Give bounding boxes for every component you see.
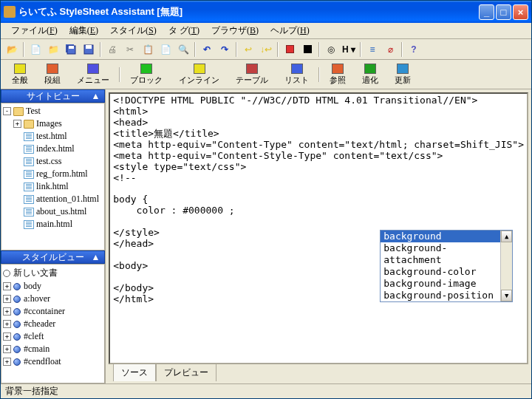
cut-button[interactable]: ✂ [122,41,138,58]
category-label: 適化 [362,75,378,86]
category-参照[interactable]: 参照 [321,61,354,88]
redo-button[interactable]: ↷ [216,41,233,58]
tab-プレビュー[interactable]: プレビュー [156,364,216,381]
copy-button[interactable]: 📋 [140,41,156,58]
style-view-tree: 新しい文書+body+a:hover+#ccontainer+#cheader+… [1,264,105,383]
separator [236,42,237,57]
category-icon [291,64,303,74]
category-段組[interactable]: 段組 [36,61,69,88]
downflag-button[interactable]: ↓↩ [258,41,274,58]
autocomplete-list: backgroundbackground-attachmentbackgroun… [381,231,500,301]
tree-file[interactable]: index.html [3,143,103,155]
category-メニュー[interactable]: メニュー [69,61,117,88]
style-item[interactable]: +body [3,280,103,293]
category-icon [47,64,58,74]
object-button[interactable]: ◎ [323,41,339,58]
category-インライン[interactable]: インライン [171,61,228,88]
separator [277,42,279,57]
scroll-up-button[interactable]: ▲ [501,231,512,242]
app-window: らいてふ StyleSheet Assistant [無題] _ □ × ファイ… [0,0,532,399]
menu-item[interactable]: ブラウザ(B) [205,23,265,38]
menu-item[interactable]: ファイル(F) [5,23,64,38]
window-controls: _ □ × [479,4,528,20]
site-view-tree: -Test+Imagestest.htmlindex.htmltest.cssr… [1,103,105,250]
flag-button[interactable]: ↩ [240,41,256,58]
autocomplete-item[interactable]: background-image [381,278,500,290]
heading-button[interactable]: H ▾ [341,41,357,58]
color-black-button[interactable] [299,41,316,58]
category-icon [246,64,258,74]
open-folder-button[interactable]: 📂 [4,41,20,58]
menubar: ファイル(F)編集(E)スタイル(S)タ グ(T)ブラウザ(B)ヘルプ(H) [1,23,531,39]
separator [401,42,403,57]
list-button[interactable]: ≡ [364,41,381,58]
style-root[interactable]: 新しい文書 [3,266,103,280]
style-item[interactable]: +#cmain [3,343,103,355]
autocomplete-scrollbar[interactable]: ▲ ▼ [500,231,512,301]
separator [318,67,320,82]
titlebar: らいてふ StyleSheet Assistant [無題] _ □ × [1,1,531,23]
style-item[interactable]: +#cleft [3,330,103,343]
help-button[interactable]: ? [406,41,422,58]
site-view-title: サイトビュー [27,90,80,103]
toolbar-main: 📂 📄 📁 🖨 ✂ 📋 📄 🔍 ↶ ↷ ↩ ↓↩ ◎ H ▾ ≡ ⌀ ? [1,39,531,60]
style-view-header[interactable]: スタイルビュー ▲ [1,250,105,264]
category-更新[interactable]: 更新 [386,61,419,88]
autocomplete-item[interactable]: background-color [381,266,500,278]
menu-item[interactable]: タ グ(T) [163,23,205,38]
status-text: 背景一括指定 [5,385,58,398]
autocomplete-item[interactable]: background-position [381,290,500,301]
site-view-header[interactable]: サイトビュー ▲ [1,89,105,103]
category-リスト[interactable]: リスト [276,61,317,88]
find-button[interactable]: 🔍 [175,41,191,58]
menu-item[interactable]: 編集(E) [64,23,104,38]
svg-rect-2 [69,46,74,49]
tree-folder[interactable]: +Images [3,117,103,130]
scroll-down-button[interactable]: ▼ [501,290,512,301]
new-file-button[interactable]: 📄 [27,41,44,58]
category-icon [364,64,376,74]
print-button[interactable]: 🖨 [104,41,120,58]
statusbar: 背景一括指定 [1,383,531,398]
menu-item[interactable]: スタイル(S) [104,23,163,38]
separator [318,42,320,57]
style-item[interactable]: +#cheader [3,318,103,330]
content-area: サイトビュー ▲ -Test+Imagestest.htmlindex.html… [1,89,531,383]
collapse-icon: ▲ [91,91,100,101]
style-item[interactable]: +#cendfloat [3,355,103,368]
tree-file[interactable]: main.html [3,218,103,231]
tab-ソース[interactable]: ソース [113,364,156,381]
tree-file[interactable]: attention_01.html [3,193,103,205]
minimize-button[interactable]: _ [479,4,494,20]
menu-item[interactable]: ヘルプ(H) [265,23,316,38]
close-button[interactable]: × [513,4,528,20]
tree-file[interactable]: about_us.html [3,205,103,218]
category-label: メニュー [77,75,109,86]
tree-file[interactable]: test.html [3,130,103,143]
tree-file[interactable]: test.css [3,155,103,168]
color-red-button[interactable] [282,41,298,58]
link-button[interactable]: ⌀ [382,41,398,58]
main-area: <!DOCTYPE HTML PUBLIC "-//W3C//DTD HTML … [106,89,531,383]
tree-file[interactable]: reg_form.html [3,168,103,180]
open-file-button[interactable]: 📁 [45,41,61,58]
autocomplete-item[interactable]: background [381,231,500,242]
category-テーブル[interactable]: テーブル [228,61,276,88]
scroll-track[interactable] [501,242,512,290]
save-all-button[interactable] [63,41,79,58]
style-item[interactable]: +a:hover [3,293,103,305]
tree-root[interactable]: -Test [3,105,103,117]
category-label: インライン [179,75,219,86]
save-button[interactable] [81,41,97,58]
tree-file[interactable]: link.html [3,180,103,193]
maximize-button[interactable]: □ [496,4,511,20]
paste-button[interactable]: 📄 [157,41,174,58]
style-item[interactable]: +#ccontainer [3,305,103,318]
toolbar-categories: 全般段組メニューブロックインラインテーブルリスト参照適化更新 [1,60,531,89]
autocomplete-item[interactable]: background-attachment [381,242,500,266]
undo-button[interactable]: ↶ [199,41,215,58]
category-適化[interactable]: 適化 [354,61,386,88]
category-label: テーブル [236,75,268,86]
category-全般[interactable]: 全般 [4,61,36,88]
category-ブロック[interactable]: ブロック [122,61,171,88]
